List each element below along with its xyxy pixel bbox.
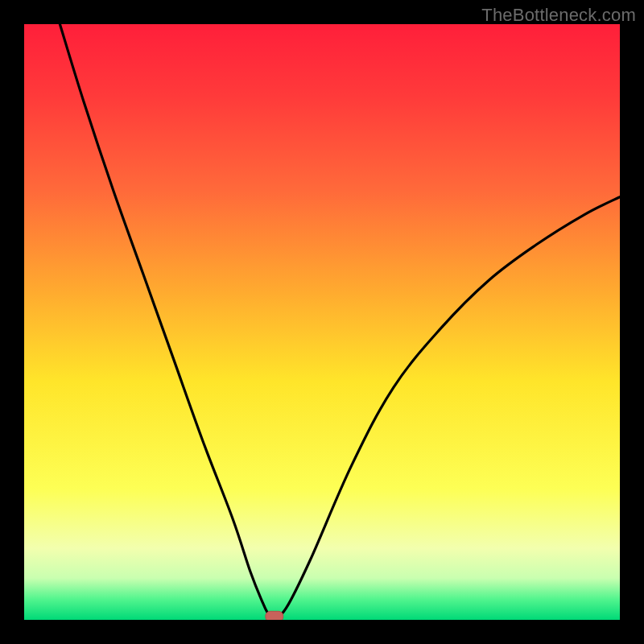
optimum-marker (266, 611, 283, 620)
chart-frame: TheBottleneck.com (0, 0, 644, 644)
plot-svg (24, 24, 620, 620)
watermark-text: TheBottleneck.com (481, 5, 636, 26)
plot-area (24, 24, 620, 620)
